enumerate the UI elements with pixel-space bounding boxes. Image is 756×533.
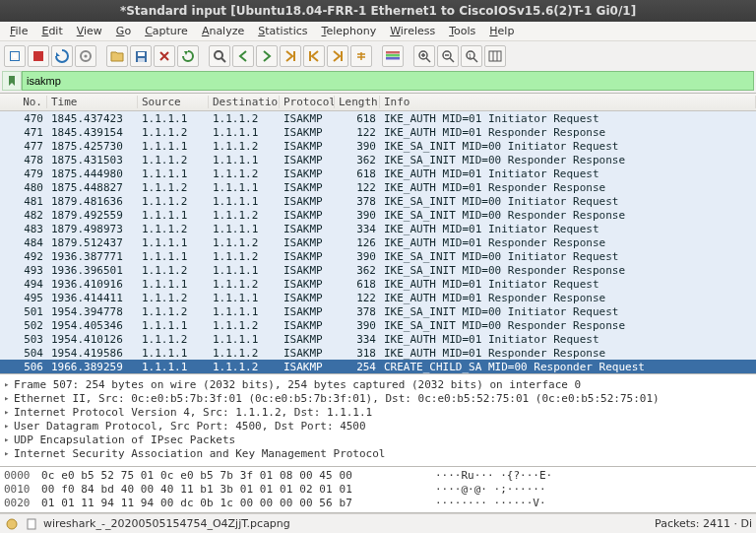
restart-capture-button[interactable] [51, 45, 73, 67]
window-title: *Standard input [Ubuntu18.04-FRR-1 Ether… [120, 4, 636, 18]
detail-line[interactable]: ▸UDP Encapsulation of IPsec Packets [4, 433, 752, 446]
stop-capture-button[interactable] [28, 45, 49, 67]
svg-rect-9 [386, 57, 400, 60]
menu-edit[interactable]: Edit [35, 23, 68, 39]
menu-capture[interactable]: Capture [139, 23, 194, 39]
packet-row[interactable]: 5011954.3947781.1.1.21.1.1.1ISAKMP378IKE… [0, 304, 756, 318]
svg-rect-8 [386, 54, 400, 57]
detail-line[interactable]: ▸Ethernet II, Src: 0c:e0:b5:7b:3f:01 (0c… [4, 391, 752, 405]
go-forward-button[interactable] [256, 45, 278, 67]
packet-row[interactable]: 4701845.4374231.1.1.11.1.1.2ISAKMP618IKE… [0, 111, 756, 125]
zoom-in-button[interactable] [413, 45, 435, 67]
packet-list-header[interactable]: No. Time Source Destination Protocol Len… [0, 94, 756, 111]
status-bar: wireshark_-_20200505154754_O4ZjjT.pcapng… [0, 513, 756, 533]
menu-file[interactable]: File [4, 23, 33, 39]
col-header-proto[interactable]: Protocol [280, 96, 335, 108]
window-titlebar: *Standard input [Ubuntu18.04-FRR-1 Ether… [0, 0, 756, 22]
svg-text:1: 1 [469, 52, 472, 59]
resize-columns-button[interactable] [484, 45, 506, 67]
detail-line[interactable]: ▸Internet Security Association and Key M… [4, 446, 752, 460]
packet-row[interactable]: 4831879.4989731.1.1.21.1.1.1ISAKMP334IKE… [0, 222, 756, 235]
menu-wireless[interactable]: Wireless [384, 23, 441, 39]
display-filter-bar [0, 71, 756, 93]
menu-statistics[interactable]: Statistics [252, 23, 313, 39]
packet-row[interactable]: 4781875.4315031.1.1.21.1.1.1ISAKMP362IKE… [0, 153, 756, 167]
packet-row[interactable]: 4951936.4144111.1.1.21.1.1.1ISAKMP122IKE… [0, 291, 756, 304]
expand-caret-icon[interactable]: ▸ [4, 434, 14, 444]
col-header-time[interactable]: Time [47, 96, 138, 108]
menu-tools[interactable]: Tools [443, 23, 481, 39]
packet-row[interactable]: 5021954.4053461.1.1.11.1.1.2ISAKMP390IKE… [0, 318, 756, 332]
packet-row[interactable]: 4921936.3877711.1.1.11.1.1.2ISAKMP390IKE… [0, 249, 756, 263]
expand-caret-icon[interactable]: ▸ [4, 407, 14, 417]
go-back-button[interactable] [232, 45, 254, 67]
capture-file-properties-button[interactable] [24, 516, 39, 532]
bookmark-icon [6, 75, 18, 87]
menu-go[interactable]: Go [110, 23, 137, 39]
svg-rect-7 [386, 51, 400, 54]
auto-scroll-button[interactable] [350, 45, 372, 67]
main-toolbar: 1 [0, 41, 756, 71]
packet-bytes-pane[interactable]: 00000c e0 b5 52 75 01 0c e0 b5 7b 3f 01 … [0, 467, 756, 513]
go-first-button[interactable] [303, 45, 325, 67]
packet-row[interactable]: 4811879.4816361.1.1.21.1.1.1ISAKMP378IKE… [0, 194, 756, 208]
go-to-packet-button[interactable] [280, 45, 301, 67]
col-header-length[interactable]: Length [335, 96, 380, 108]
packet-row[interactable]: 5041954.4195861.1.1.11.1.1.2ISAKMP318IKE… [0, 346, 756, 360]
find-packet-button[interactable] [209, 45, 230, 67]
svg-point-6 [215, 51, 222, 59]
col-header-source[interactable]: Source [138, 96, 209, 108]
go-last-button[interactable] [327, 45, 348, 67]
packet-row[interactable]: 4711845.4391541.1.1.21.1.1.1ISAKMP122IKE… [0, 125, 756, 139]
status-file-label: wireshark_-_20200505154754_O4ZjjT.pcapng [43, 517, 290, 530]
menu-telephony[interactable]: Telephony [316, 23, 383, 39]
packet-row[interactable]: 5061966.3892591.1.1.11.1.1.2ISAKMP254CRE… [0, 360, 756, 373]
menu-help[interactable]: Help [483, 23, 520, 39]
filter-bookmark-button[interactable] [2, 71, 22, 91]
zoom-out-button[interactable] [437, 45, 459, 67]
packet-row[interactable]: 4821879.4925591.1.1.11.1.1.2ISAKMP390IKE… [0, 208, 756, 222]
svg-rect-16 [28, 519, 35, 529]
packet-details-pane[interactable]: ▸Frame 507: 254 bytes on wire (2032 bits… [0, 374, 756, 467]
col-header-no[interactable]: No. [0, 96, 47, 108]
hex-line[interactable]: 001000 f0 84 bd 40 00 40 11 b1 3b 01 01 … [4, 483, 752, 497]
col-header-dest[interactable]: Destination [209, 96, 280, 108]
packet-row[interactable]: 4931936.3965011.1.1.21.1.1.1ISAKMP362IKE… [0, 263, 756, 277]
svg-rect-4 [138, 52, 145, 56]
col-header-info[interactable]: Info [380, 96, 756, 108]
status-packets-label: Packets: 2411 · Di [655, 517, 752, 530]
save-file-button[interactable] [130, 45, 152, 67]
svg-rect-0 [33, 51, 43, 61]
start-capture-button[interactable] [4, 45, 26, 67]
svg-point-2 [84, 54, 87, 57]
packet-row[interactable]: 4801875.4488271.1.1.21.1.1.1ISAKMP122IKE… [0, 180, 756, 194]
open-file-button[interactable] [106, 45, 128, 67]
menu-view[interactable]: View [71, 23, 108, 39]
expand-caret-icon[interactable]: ▸ [4, 393, 14, 403]
capture-options-button[interactable] [75, 45, 96, 67]
detail-line[interactable]: ▸Frame 507: 254 bytes on wire (2032 bits… [4, 377, 752, 391]
colorize-button[interactable] [382, 45, 404, 67]
packet-row[interactable]: 4771875.4257301.1.1.11.1.1.2ISAKMP390IKE… [0, 139, 756, 153]
hex-line[interactable]: 00000c e0 b5 52 75 01 0c e0 b5 7b 3f 01 … [4, 469, 752, 483]
packet-row[interactable]: 4941936.4109161.1.1.11.1.1.2ISAKMP618IKE… [0, 277, 756, 291]
zoom-reset-button[interactable]: 1 [461, 45, 482, 67]
packet-row[interactable]: 5031954.4101261.1.1.21.1.1.1ISAKMP334IKE… [0, 332, 756, 346]
expand-caret-icon[interactable]: ▸ [4, 448, 14, 458]
packet-row[interactable]: 4791875.4449801.1.1.11.1.1.2ISAKMP618IKE… [0, 167, 756, 180]
close-file-button[interactable] [154, 45, 175, 67]
menu-analyze[interactable]: Analyze [196, 23, 250, 39]
svg-rect-5 [138, 58, 145, 62]
svg-rect-14 [489, 51, 501, 61]
detail-line[interactable]: ▸User Datagram Protocol, Src Port: 4500,… [4, 419, 752, 433]
expand-caret-icon[interactable]: ▸ [4, 379, 14, 389]
expert-info-button[interactable] [4, 516, 20, 532]
expand-caret-icon[interactable]: ▸ [4, 421, 14, 431]
packet-list-pane[interactable]: No. Time Source Destination Protocol Len… [0, 93, 756, 374]
packet-row[interactable]: 4841879.5124371.1.1.11.1.1.2ISAKMP126IKE… [0, 235, 756, 249]
hex-line[interactable]: 002001 01 11 94 11 94 00 dc 0b 1c 00 00 … [4, 497, 752, 510]
reload-button[interactable] [177, 45, 199, 67]
display-filter-input[interactable] [22, 71, 754, 91]
svg-point-15 [7, 519, 17, 529]
detail-line[interactable]: ▸Internet Protocol Version 4, Src: 1.1.1… [4, 405, 752, 419]
